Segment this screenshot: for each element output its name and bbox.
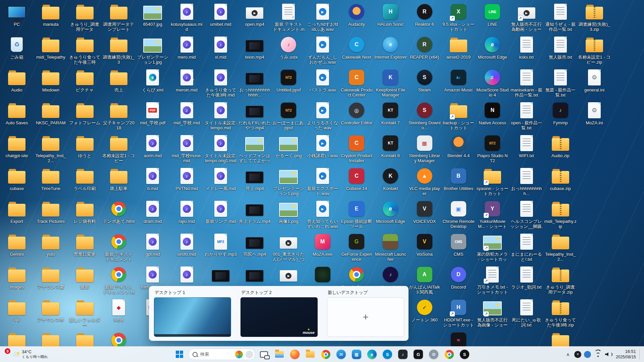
task-view-button[interactable] [257, 348, 271, 361]
desktop-icon[interactable]: ▶こっちhdすおfdsbふあ.wav [307, 3, 339, 32]
search-camera-icon[interactable] [246, 351, 253, 358]
desktop-icon[interactable]: SSteam [409, 68, 441, 93]
desktop-icon[interactable]: H↗HDDFMT.exe - ショートカット [442, 298, 475, 327]
desktop-icon[interactable]: ヘルスコンプレッション__脚購.txt [511, 200, 543, 229]
show-desktop-button[interactable] [639, 349, 641, 359]
desktop-icon[interactable]: 無人販売.txt [544, 36, 577, 60]
desktop-icon[interactable]: プレゼンテーション1.jpg [137, 36, 169, 65]
desktop-icon[interactable]: 路上駐車 [103, 167, 135, 191]
desktop-icon[interactable]: ♪Fymmp [544, 101, 577, 125]
desktop-icon[interactable]: ♪メドレー風.mid [205, 167, 237, 191]
pinned-folder[interactable] [304, 348, 317, 361]
file-explorer[interactable] [273, 348, 286, 361]
tray-app-dark[interactable]: × [574, 351, 581, 358]
desktop-icon[interactable]: ♪umibet.mid [205, 3, 237, 27]
audio-tool[interactable]: ♪ [396, 348, 410, 361]
desktop-icon[interactable]: ↗万引きメモ.txt - ショートカット [476, 265, 508, 295]
virtual-desktop-preview[interactable]: ▲mouse [240, 297, 318, 337]
desktop-icon[interactable]: CCubase 14 [340, 167, 373, 191]
desktop-icon[interactable]: Minecraft Launcher [374, 233, 407, 262]
weather-widget-button[interactable]: 9 34°C くもり時々晴れ [3, 347, 50, 362]
desktop-icon[interactable]: eくらび.xml [137, 68, 169, 93]
black-circle-app[interactable]: S [458, 348, 471, 361]
desktop-icon[interactable]: ♪kotusytuaaus.mid [171, 3, 203, 32]
tray-app-blue[interactable] [584, 351, 591, 358]
skype-app[interactable]: S [381, 348, 394, 361]
desktop-icon[interactable]: ♪mero.mid [171, 36, 203, 60]
desktop-icon[interactable]: ♪aorin.mid [137, 134, 169, 158]
desktop-icon[interactable]: おっhhhhhhhhhhhhh... [238, 68, 271, 98]
desktop-icon[interactable]: KKontakt [374, 167, 407, 191]
desktop-icon[interactable]: ▣Chrome Remote Desktop [442, 200, 475, 229]
desktop-icon[interactable]: ✓ノートン 360 [409, 298, 441, 322]
desktop-icon[interactable]: アナウンス冬 [35, 298, 67, 322]
desktop-icon[interactable]: ▶↗無人販売不正行為動画 - ショートカット [511, 3, 543, 32]
desktop-icon[interactable]: WIFI.txt [511, 134, 543, 158]
desktop-icon[interactable]: NT2Piapro Studio NT2 [476, 134, 508, 163]
desktop-icon[interactable]: ♪sirofo.mid [171, 233, 203, 257]
desktop-icon[interactable]: Mixdown [35, 68, 67, 93]
desktop-icon[interactable]: eMicrosoft Edge [476, 36, 508, 60]
desktop-icon[interactable]: ♪新規ソング.mid [205, 200, 237, 224]
desktop-icon[interactable]: manisekarin - 親作品一覧.txt [511, 68, 543, 98]
desktop-icon[interactable]: KTKontakt 8 [374, 134, 407, 158]
desktop-icon[interactable]: きゅうり_調査用データ [69, 3, 101, 32]
desktop-icon[interactable]: ▶パストラ.wav [307, 68, 339, 93]
desktop-icon[interactable]: 新規 テキスト ドキュメント.html [103, 265, 135, 295]
desktop-icon[interactable]: cubase.zip [544, 167, 577, 191]
desktop-icon[interactable]: ▲VLC media player [409, 167, 441, 196]
desktop-icon[interactable]: TimeTune [35, 167, 67, 191]
desktop-icon[interactable]: NT2おーぼーまにあ.ppsf [272, 101, 305, 130]
desktop-icon[interactable]: SSteinberg Downlo... [409, 101, 441, 130]
desktop-icon[interactable]: 死にたい_ゅ歌詞.txt [511, 298, 543, 327]
desktop-icon[interactable]: NKSC_PARAM [35, 101, 67, 125]
desktop-icon[interactable]: MMoZA.exe [307, 233, 339, 257]
desktop-icon[interactable]: ▶新規エクスポート.wav [307, 167, 339, 196]
desktop-icon[interactable]: 井上ドラム.mp4 [238, 200, 271, 224]
desktop-icon[interactable]: だれもFXいれたやつ.mp4 [238, 101, 271, 130]
desktop-icon[interactable]: Audacity [340, 3, 373, 27]
desktop-icon[interactable]: 井上.mp4 [238, 167, 271, 191]
desktop-icon[interactable]: ♬MuseScore Studio 4 [476, 68, 508, 98]
virtual-desktop-preview[interactable]: + [327, 297, 404, 337]
desktop-icon[interactable]: ♪rajio.mid [171, 200, 203, 224]
desktop-icon[interactable]: ♪きゅうり食ってた午後3時.mid [205, 68, 237, 98]
desktop-icon[interactable]: ↗無人販売不正行為画像 - ショートカツ... [476, 298, 508, 328]
desktop-icon[interactable]: まにまにわーると!.txt [511, 233, 543, 262]
desktop-icon[interactable]: アナウンス夏 [35, 265, 67, 290]
desktop-icon[interactable]: a♪Amazon Music [442, 68, 475, 93]
desktop-icon[interactable]: ▶よりうるさくなった.wav [307, 101, 339, 130]
desktop-icon[interactable]: X↗9.5.xlsx - ショートカット [442, 3, 475, 32]
desktop-icon[interactable]: きゅうり_調査用データ.zip [544, 265, 577, 295]
desktop-icon[interactable]: 新しいフォルダー [69, 298, 101, 327]
desktop-icon[interactable]: Telepathy_Inst_2... [35, 134, 67, 163]
desktop-icon[interactable]: PDFmid_学校.pdf [137, 101, 169, 125]
desktop-icon[interactable]: 羽尻ヘ.mp4 [238, 233, 271, 257]
virtual-desktop-1-thumbnail[interactable]: デスクトップ 1 [154, 289, 231, 338]
mail-app[interactable]: ✉ [334, 348, 348, 361]
desktop-icon[interactable] [238, 265, 271, 285]
desktop-icon[interactable]: midi_Telepathy [35, 36, 67, 60]
desktop-icon[interactable]: ▶001_東北きりたん(ノーマル)_つじゃ... [272, 233, 305, 262]
desktop-icon[interactable]: ゆうと [69, 134, 101, 158]
desktop-icon[interactable]: airset2-2019 [442, 36, 475, 60]
desktop-icon[interactable]: ⚙MoZA.ini [578, 101, 610, 125]
desktop-icon[interactable]: Auto Saves [1, 101, 33, 125]
desktop-icon[interactable]: ◎Controller Editor [340, 101, 373, 125]
desktop-icon[interactable] [205, 265, 237, 285]
search-highlight-icon[interactable] [235, 351, 243, 358]
desktop-icon[interactable]: Aがんばん!AITalk 3 関西風 [409, 265, 441, 295]
desktop-icon[interactable]: テンポあて.html [103, 200, 135, 224]
desktop-icon[interactable]: 通知うぜぇ - 親作品一覧.txt [544, 3, 577, 32]
desktop-icon[interactable]: CCakewalk Product Center [340, 68, 373, 98]
desktop-icon[interactable]: ♪タイトル未設定.tempo.orig1.mid [205, 134, 237, 163]
desktop-icon[interactable]: レジ袋有料 [69, 200, 101, 224]
desktop-icon[interactable]: Gemini [1, 233, 33, 257]
microsoft-store[interactable]: ▦ [350, 348, 363, 361]
desktop-icon[interactable]: NNative Access [476, 101, 508, 125]
desktop-icon[interactable]: ♪ [171, 265, 203, 285]
desktop-icon[interactable]: ▶答え知ってもいずいわこれ.wav [307, 200, 339, 229]
desktop-icon[interactable]: Y↗YukkuriMovieM... - ショートカット [476, 200, 508, 229]
desktop-icon[interactable]: ラベル印刷 [69, 167, 101, 191]
desktop-icon[interactable]: ▶ [272, 265, 305, 285]
